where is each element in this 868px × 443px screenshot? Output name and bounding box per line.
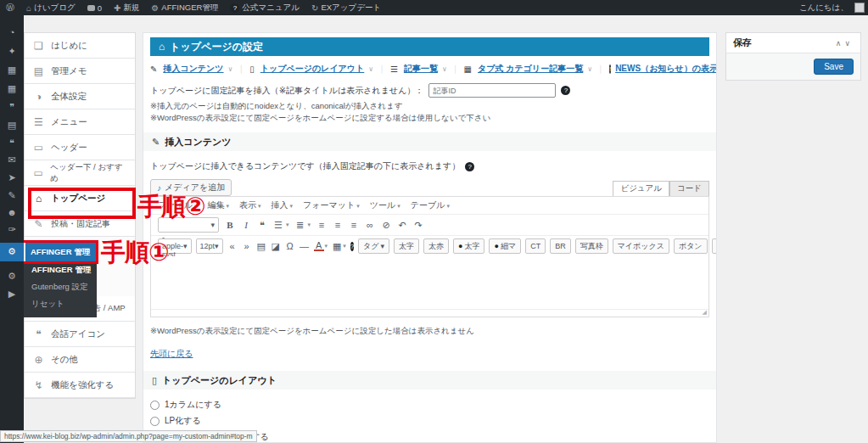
chevron-down-icon[interactable]: ∨ xyxy=(442,65,447,73)
quicktag-hoso-marker-button[interactable]: ● 細マ xyxy=(489,238,521,254)
mail-icon[interactable]: ✉ xyxy=(0,151,24,168)
resize-handle[interactable]: ◢ xyxy=(703,309,707,316)
panel-move-arrows-icon[interactable]: ∧∨ xyxy=(836,39,854,48)
flyout-item-reset[interactable]: リセット xyxy=(24,295,97,312)
ex-update-link[interactable]: ↻ EXアップデート xyxy=(305,0,387,15)
wordpress-logo-icon[interactable]: Ⓦ xyxy=(0,0,20,15)
menu-tools[interactable]: ツール▾ xyxy=(370,199,400,211)
flyout-item-gutenberg[interactable]: Gutenberg 設定 xyxy=(24,278,97,295)
quicktag-futoji-button[interactable]: 太字 xyxy=(394,238,419,254)
help-icon[interactable]: ? xyxy=(465,162,474,171)
sidebar-item-menu[interactable]: ☰ メニュー xyxy=(25,109,135,135)
nav-news-display[interactable]: NEWS（お知らせ）の表示 xyxy=(615,63,717,75)
tab-visual[interactable]: ビジュアル xyxy=(613,181,669,196)
quicktag-mybox-button[interactable]: マイボックス xyxy=(613,238,669,254)
flyout-item-affinger-kanri-active[interactable]: AFFINGER 管理 xyxy=(24,243,97,261)
greeting-account-link[interactable]: こんにちは、 xyxy=(793,0,854,15)
special-char-icon[interactable]: Ω xyxy=(285,241,295,251)
quicktag-card-button[interactable]: カード xyxy=(712,238,717,254)
redo-icon[interactable]: ↷ xyxy=(413,220,423,231)
collapse-menu-icon[interactable]: ▶ xyxy=(0,285,24,302)
quicktag-ct-button[interactable]: CT xyxy=(525,238,546,254)
users-icon[interactable]: ☻ xyxy=(0,204,24,221)
paste-text-icon[interactable]: ▤ xyxy=(256,241,266,252)
nav-tab-category-list[interactable]: タブ式 カテゴリー記事一覧 xyxy=(478,63,583,75)
chevron-down-icon[interactable]: ∨ xyxy=(228,65,233,73)
table-icon[interactable]: ▦ xyxy=(332,241,342,252)
undo-icon[interactable]: ↶ xyxy=(397,220,407,231)
menu-table[interactable]: テーブル▾ xyxy=(411,199,450,211)
sidebar-item-sonota[interactable]: ⊕ その他 xyxy=(25,347,135,373)
quicktag-button-button[interactable]: ボタン xyxy=(674,238,708,254)
nav-insert-content[interactable]: 挿入コンテンツ xyxy=(163,63,223,75)
font-family-dropdown[interactable]: -apple-syst...▾ xyxy=(158,238,192,254)
add-media-button[interactable]: ♪ メディアを追加 xyxy=(150,179,232,196)
new-content-link[interactable]: ✚ 新規 xyxy=(108,0,145,15)
sidebar-item-kanri-memo[interactable]: ▤ 管理メモ xyxy=(25,59,135,84)
back-to-top-link[interactable]: 先頭に戻る xyxy=(150,348,193,360)
quicktag-br-button[interactable]: BR xyxy=(550,238,571,254)
comments-icon[interactable]: ❞ xyxy=(0,98,24,115)
clear-format-icon[interactable]: ◪ xyxy=(271,241,281,252)
font-size-dropdown[interactable]: 12pt▾ xyxy=(196,238,223,254)
quicktag-kuro-futoji-button[interactable]: ● 太字 xyxy=(453,238,484,254)
sidebar-item-header[interactable]: ▭ ヘッダー xyxy=(25,135,135,160)
align-center-icon[interactable]: ≡ xyxy=(333,220,343,230)
pages-icon[interactable]: ▦ xyxy=(0,80,24,97)
posts-icon[interactable]: ✦ xyxy=(0,42,24,59)
quicktag-futoaka-button[interactable]: 太赤 xyxy=(423,238,449,254)
radio-icon[interactable] xyxy=(150,417,160,426)
save-button[interactable]: Save xyxy=(814,59,854,75)
italic-icon[interactable]: I xyxy=(241,220,251,230)
sidebar-item-toukou-kotei[interactable]: ✎ 投稿・固定記事 xyxy=(25,211,135,237)
bullet-list-icon[interactable]: ☰ xyxy=(273,220,283,231)
unlink-icon[interactable]: ⊘ xyxy=(381,220,391,231)
sidebar-item-hajimeni[interactable]: ❏ はじめに xyxy=(25,33,135,59)
chevron-down-icon[interactable]: ∨ xyxy=(587,65,592,73)
radio-icon[interactable] xyxy=(150,401,160,410)
feedback-icon[interactable]: ❝ xyxy=(0,134,24,151)
avatar[interactable] xyxy=(854,3,865,13)
menu-format[interactable]: フォーマット▾ xyxy=(303,199,360,211)
affinger-admin-link[interactable]: ⚙ AFFINGER管理 xyxy=(145,0,224,15)
menu-insert[interactable]: 挿入▾ xyxy=(271,199,293,211)
tools-icon[interactable]: ✑ xyxy=(0,221,24,238)
chevron-down-icon[interactable]: ∨ xyxy=(368,65,373,73)
editor-help-icon[interactable]: ? xyxy=(350,242,354,251)
tab-code[interactable]: コード xyxy=(669,181,709,196)
appearance-icon[interactable]: ➤ xyxy=(0,169,24,186)
flyout-item-affinger-kanri[interactable]: AFFINGER 管理 xyxy=(24,261,97,278)
dashboard-icon[interactable]: ◔ xyxy=(0,24,24,41)
menu-view[interactable]: 表示▾ xyxy=(239,199,261,211)
site-name-link[interactable]: ⌂ けいブログ xyxy=(20,0,81,15)
comments-link[interactable]: 0 xyxy=(81,0,108,15)
official-manual-link[interactable]: ? 公式マニュアル xyxy=(224,0,305,15)
nav-article-list[interactable]: 記事一覧 xyxy=(404,63,438,75)
editor-content-area[interactable] xyxy=(151,256,708,309)
align-right-icon[interactable]: ≡ xyxy=(349,220,359,230)
format-dropdown[interactable]: ▾ xyxy=(158,217,219,233)
sidebar-item-kinou-kyouka[interactable]: ↯ 機能を強化する xyxy=(25,373,135,398)
outdent-icon[interactable]: « xyxy=(227,241,238,251)
blockquote-icon[interactable]: ❝ xyxy=(257,220,267,231)
bold-icon[interactable]: B xyxy=(225,220,235,230)
help-icon[interactable]: ? xyxy=(561,86,570,95)
portfolio-icon[interactable]: ▤ xyxy=(0,116,24,133)
text-color-icon[interactable]: A xyxy=(314,241,324,251)
quicktag-shashinwaku-button[interactable]: 写真枠 xyxy=(575,238,608,254)
plugins-icon[interactable]: ✎ xyxy=(0,187,24,204)
article-id-input[interactable] xyxy=(428,83,556,98)
sidebar-item-zentai-settei[interactable]: ◑ 全体設定 xyxy=(25,84,135,109)
radio-lp[interactable]: LP化する xyxy=(150,415,709,427)
align-left-icon[interactable]: ≡ xyxy=(316,220,327,230)
horizontal-rule-icon[interactable]: ― xyxy=(300,241,310,251)
sidebar-item-header-shita[interactable]: ▭ ヘッダー下 / おすすめ xyxy=(25,160,135,186)
gear-icon-secondary[interactable]: ⚙ xyxy=(0,267,24,284)
indent-icon[interactable]: » xyxy=(242,241,252,251)
nav-top-layout[interactable]: トップページのレイアウト xyxy=(260,63,365,75)
sidebar-item-top-page[interactable]: ⌂ トップページ xyxy=(25,186,135,211)
sidebar-item-kaiwa-icon[interactable]: ❝ 会話アイコン xyxy=(25,322,135,347)
media-icon[interactable]: ▦ xyxy=(0,61,24,78)
quicktag-tag-button[interactable]: タグ▾ xyxy=(358,238,389,254)
radio-one-column[interactable]: 1カラムにする xyxy=(150,399,709,411)
